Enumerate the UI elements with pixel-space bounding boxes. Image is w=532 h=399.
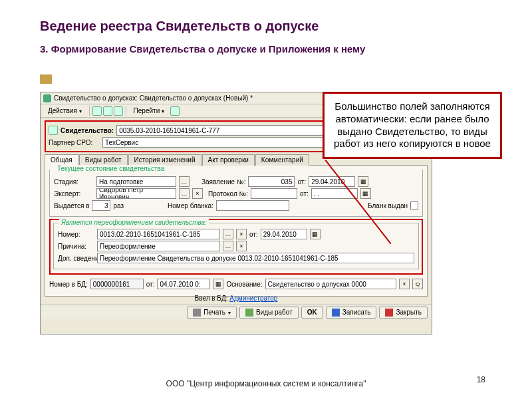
accent-square <box>40 74 52 84</box>
reissue-number-lookup-button[interactable] <box>223 229 233 239</box>
tab-comment[interactable]: Комментарий <box>255 154 309 166</box>
partner-label: Партнер СРО: <box>49 139 100 146</box>
tab-work-types[interactable]: Виды работ <box>79 154 128 166</box>
blankno-field[interactable] <box>216 200 289 211</box>
work-types-button[interactable]: Виды работ <box>239 307 299 319</box>
reason-lookup-button[interactable] <box>223 241 233 251</box>
window-icon <box>43 94 51 102</box>
tab-general[interactable]: Общая <box>45 154 78 166</box>
print-icon <box>193 309 201 317</box>
stage-lookup-button[interactable] <box>179 176 190 187</box>
reissue-date-calendar-button[interactable] <box>310 229 321 239</box>
status-group-title: Текущее состояние свидетельства <box>55 165 166 172</box>
ok-button[interactable]: OK <box>301 307 323 319</box>
expert-lookup-button[interactable] <box>179 188 190 199</box>
reissue-from-label: от: <box>249 231 258 238</box>
nav-add-icon[interactable] <box>92 106 102 116</box>
reissue-number-label: Номер: <box>58 231 94 238</box>
basis-clear-button[interactable] <box>399 279 410 289</box>
tab-pane-general: Текущее состояние свидетельства Стадия: … <box>45 166 428 297</box>
reissue-date-field[interactable]: 29.04.2010 <box>261 229 307 239</box>
app-date-field[interactable]: 29.04.2010 <box>309 176 355 187</box>
stage-label: Стадия: <box>54 178 94 186</box>
blankno-label: Номер бланка: <box>168 202 213 209</box>
dbnum-label: Номер в БД: <box>49 281 88 288</box>
issued-suffix: раз <box>113 202 124 209</box>
expert-label: Эксперт: <box>54 190 94 198</box>
reissue-number-field[interactable]: 0013.02-2010-1651041961-С-185 <box>97 229 220 239</box>
goto-menu[interactable]: Перейти <box>129 106 169 116</box>
proto-field[interactable] <box>251 188 297 199</box>
slide-title: Ведение реестра Свидетельств о допуске <box>40 19 492 34</box>
db-date-field[interactable]: 04.07.2010 0: <box>157 279 210 289</box>
app-from-label: от: <box>297 178 306 186</box>
basis-field[interactable]: Свидетельство о допусках 0000 <box>265 279 396 289</box>
proto-date-calendar-button[interactable] <box>360 188 371 199</box>
callout-box: Большинство полей заполняются автоматиче… <box>323 92 502 159</box>
slide-subtitle: 3. Формирование Свидетельства о допуске … <box>40 43 492 55</box>
help-icon[interactable] <box>170 106 180 116</box>
basis-label: Основание: <box>226 281 262 288</box>
slide-footer: ООО "Центр информационных систем и конса… <box>0 379 532 388</box>
issued-label: Выдается в <box>54 202 89 209</box>
basis-search-button[interactable] <box>412 279 423 289</box>
reissue-highlight: Является переоформлением свидетельства: … <box>49 219 423 275</box>
page-number: 18 <box>477 375 485 384</box>
blank-issued-checkbox[interactable] <box>410 201 418 209</box>
tab-history[interactable]: История изменений <box>128 154 201 166</box>
print-button[interactable]: Печать <box>187 307 237 319</box>
cert-label: Свидетельство: <box>61 127 114 134</box>
expert-field[interactable]: Сидоров Петр Иванович <box>96 188 176 199</box>
window-title: Свидетельство о допусках: Свидетельство … <box>54 94 253 102</box>
db-date-calendar-button[interactable] <box>213 279 223 289</box>
blank-issued-label: Бланк выдан <box>368 202 408 209</box>
close-icon <box>385 309 393 317</box>
reissue-number-clear-button[interactable] <box>236 229 247 239</box>
proto-from-label: от: <box>300 190 309 198</box>
issued-count-field[interactable]: 3 <box>92 200 110 211</box>
save-button[interactable]: Записать <box>326 307 377 319</box>
nav-copy-icon[interactable] <box>103 106 112 116</box>
tab-act[interactable]: Акт проверки <box>202 154 255 166</box>
app-date-calendar-button[interactable] <box>358 176 368 187</box>
expert-clear-button[interactable] <box>192 188 203 199</box>
entered-by-row: Ввел в БД: Администратор <box>41 293 432 303</box>
doc-icon <box>245 309 253 317</box>
appno-field[interactable]: 035 <box>248 176 295 187</box>
cert-icon <box>49 126 58 135</box>
reason-field[interactable]: Переоформление <box>97 241 220 251</box>
nav-refresh-icon[interactable] <box>114 106 123 116</box>
db-from-label: от: <box>146 281 155 288</box>
close-button[interactable]: Закрыть <box>379 307 428 319</box>
actions-menu[interactable]: Действия <box>43 106 86 116</box>
reason-label: Причина: <box>58 243 94 250</box>
extra-label: Доп. сведения: <box>58 255 94 262</box>
extra-field[interactable]: Переоформление Свидетельства о допуске 0… <box>97 253 414 263</box>
entered-label: Ввел в БД: <box>195 295 228 302</box>
footer-toolbar: Печать Виды работ OK Записать Закрыть <box>41 305 432 319</box>
entered-user-link[interactable]: Администратор <box>229 295 277 302</box>
dbnum-field: 0000000161 <box>90 279 144 289</box>
reason-clear-button[interactable] <box>236 241 247 251</box>
save-icon <box>332 309 340 317</box>
appno-label: Заявление №: <box>201 178 245 186</box>
stage-field[interactable]: На подготовке <box>96 176 176 187</box>
proto-label: Протокол №: <box>208 190 248 198</box>
reissue-group-title: Является переоформлением свидетельства: <box>59 219 209 226</box>
